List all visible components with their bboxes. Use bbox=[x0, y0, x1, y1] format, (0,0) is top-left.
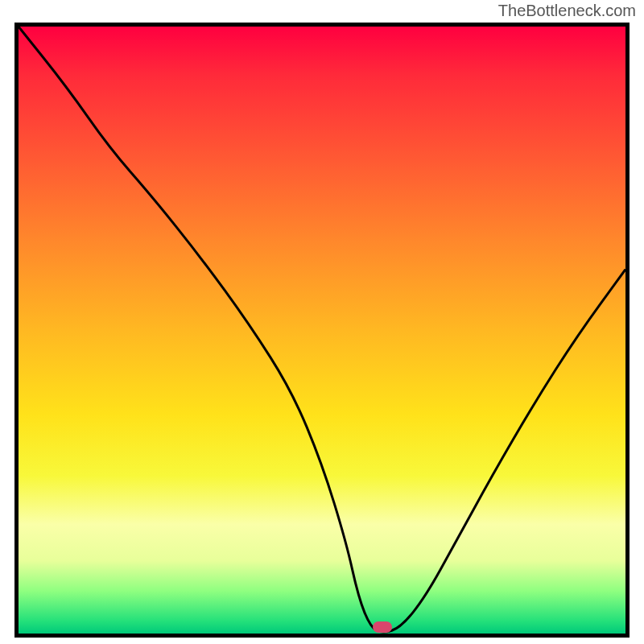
chart-curve bbox=[19, 27, 625, 634]
bottleneck-marker bbox=[373, 621, 392, 633]
plot-area bbox=[14, 23, 630, 638]
curve-path bbox=[19, 27, 625, 632]
watermark-text: TheBottleneck.com bbox=[498, 2, 636, 20]
